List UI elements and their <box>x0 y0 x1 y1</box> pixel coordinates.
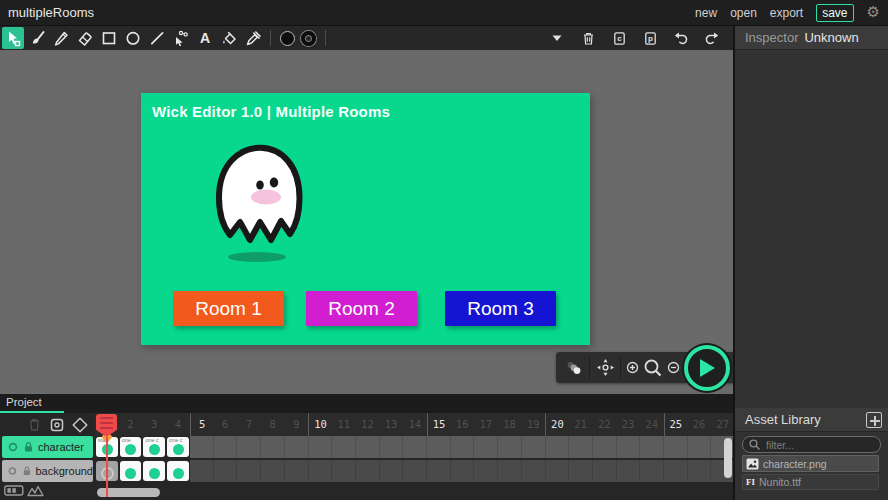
onion-skin-box-button[interactable] <box>48 416 65 433</box>
frame-number[interactable]: 8 <box>261 413 285 436</box>
asset-item-nunito-ttf[interactable]: FI Nunito.ttf <box>742 474 879 490</box>
frame-number[interactable]: 4 <box>166 413 190 436</box>
save-button[interactable]: save <box>816 4 853 22</box>
frame-number[interactable]: 19 <box>521 413 545 436</box>
eyedropper-tool-button[interactable] <box>242 27 264 49</box>
frame-number[interactable]: 9 <box>285 413 309 436</box>
fill-bucket-icon <box>220 29 238 47</box>
layer-character[interactable]: character <box>2 436 93 458</box>
layer-visibility-icon[interactable] <box>7 441 19 453</box>
frame-number[interactable]: 24 <box>640 413 664 436</box>
frame-number[interactable]: 16 <box>450 413 474 436</box>
redo-button[interactable] <box>701 27 723 49</box>
onion-skin-icon <box>565 359 583 377</box>
line-tool-button[interactable] <box>146 27 168 49</box>
eraser-tool-button[interactable] <box>74 27 96 49</box>
pan-button[interactable] <box>593 356 617 380</box>
frame-strip-background[interactable] <box>95 460 733 482</box>
frame-number[interactable]: 14 <box>403 413 427 436</box>
keyframe-background-2[interactable] <box>120 461 142 481</box>
delete-frame-button[interactable] <box>26 417 42 433</box>
stroke-color-swatch[interactable] <box>301 31 316 46</box>
more-options-dropdown[interactable] <box>546 27 568 49</box>
frame-strip-character[interactable]: startoneone cone c <box>95 436 733 458</box>
ghost-character[interactable] <box>204 137 312 263</box>
zoom-tool-button[interactable] <box>641 356 665 380</box>
undo-button[interactable] <box>670 27 692 49</box>
frame-number[interactable]: 5 <box>190 413 214 436</box>
stage[interactable]: Wick Editor 1.0 | Multiple Rooms Room 1 … <box>141 93 590 345</box>
new-button[interactable]: new <box>695 6 717 20</box>
room-3-button[interactable]: Room 3 <box>445 291 556 326</box>
empty-frames[interactable] <box>190 460 733 482</box>
room-2-button[interactable]: Room 2 <box>306 291 417 326</box>
zoom-out-button[interactable] <box>665 356 682 380</box>
keyframe-character-3[interactable]: one c <box>143 437 165 457</box>
zoom-in-button[interactable] <box>624 356 641 380</box>
frame-number[interactable]: 18 <box>498 413 522 436</box>
export-button[interactable]: export <box>770 6 803 20</box>
ellipse-tool-button[interactable] <box>122 27 144 49</box>
keyframe-dot <box>149 444 160 455</box>
onion-skin-button[interactable] <box>562 356 586 380</box>
path-cursor-tool-button[interactable] <box>170 27 192 49</box>
keyframe-character-4[interactable]: one c <box>167 437 189 457</box>
frame-number[interactable]: 15 <box>427 413 451 436</box>
rectangle-tool-button[interactable] <box>98 27 120 49</box>
frame-number[interactable]: 11 <box>332 413 356 436</box>
keyframe-dot <box>149 468 160 479</box>
keyframe-character-2[interactable]: one <box>120 437 142 457</box>
text-tool-button[interactable]: A <box>194 27 216 49</box>
timeline-vertical-scrollbar[interactable] <box>724 438 732 478</box>
layer-lock-icon[interactable] <box>22 465 32 477</box>
open-button[interactable]: open <box>730 6 757 20</box>
frame-number[interactable]: 21 <box>569 413 593 436</box>
layer-background[interactable]: background <box>2 460 93 482</box>
settings-gear-icon[interactable]: ⚙ <box>867 5 880 20</box>
cursor-tool-button[interactable] <box>2 27 24 49</box>
brush-tool-button[interactable] <box>26 27 48 49</box>
add-asset-button[interactable] <box>866 412 882 428</box>
onion-skin-range-icon[interactable] <box>4 485 24 496</box>
keyframe-diamond-icon <box>71 416 89 434</box>
tab-project[interactable]: Project <box>6 396 42 408</box>
layer-visibility-icon[interactable] <box>7 465 18 477</box>
asset-item-character-png[interactable]: character.png <box>742 455 879 472</box>
frame-number[interactable]: 10 <box>308 413 332 436</box>
frame-number[interactable]: 22 <box>592 413 616 436</box>
room-1-button[interactable]: Room 1 <box>173 291 284 326</box>
delete-button[interactable] <box>577 27 599 49</box>
frame-number[interactable]: 23 <box>616 413 640 436</box>
asset-filter-input[interactable] <box>764 438 868 452</box>
copy-button[interactable]: c <box>608 27 630 49</box>
undo-icon <box>673 30 689 46</box>
asset-filter-box[interactable] <box>742 436 881 453</box>
frame-number[interactable]: 13 <box>379 413 403 436</box>
add-keyframe-button[interactable] <box>71 416 89 434</box>
keyframe-background-4[interactable] <box>167 461 189 481</box>
paste-button[interactable]: p <box>639 27 661 49</box>
frame-number-row[interactable]: 1234567891011121314151617181920212223242… <box>95 413 733 436</box>
pencil-tool-button[interactable] <box>50 27 72 49</box>
canvas-area[interactable]: Wick Editor 1.0 | Multiple Rooms Room 1 … <box>0 50 733 394</box>
empty-frames[interactable] <box>190 436 733 458</box>
frame-number[interactable]: 17 <box>474 413 498 436</box>
frame-number[interactable]: 27 <box>711 413 733 436</box>
frame-number[interactable]: 25 <box>664 413 688 436</box>
zoom-levels-icon[interactable] <box>27 484 44 497</box>
frame-number[interactable]: 7 <box>237 413 261 436</box>
keyframe-dot <box>125 444 136 455</box>
frame-number[interactable]: 12 <box>356 413 380 436</box>
asset-library-title: Asset Library <box>745 412 821 427</box>
frame-number[interactable]: 3 <box>142 413 166 436</box>
keyframe-dot <box>125 468 136 479</box>
frame-number[interactable]: 6 <box>213 413 237 436</box>
frame-number[interactable]: 20 <box>545 413 569 436</box>
keyframe-background-3[interactable] <box>143 461 165 481</box>
layer-lock-icon[interactable] <box>23 441 34 453</box>
play-button[interactable] <box>684 345 730 391</box>
frame-number[interactable]: 2 <box>119 413 143 436</box>
fill-color-swatch[interactable] <box>280 31 295 46</box>
frame-number[interactable]: 26 <box>687 413 711 436</box>
fill-bucket-tool-button[interactable] <box>218 27 240 49</box>
